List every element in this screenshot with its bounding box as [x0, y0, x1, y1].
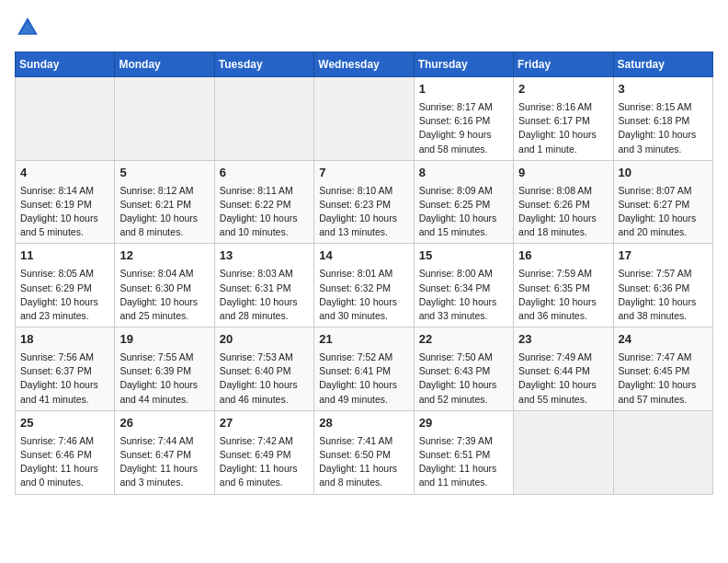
day-number: 13 — [220, 247, 309, 265]
day-number: 15 — [419, 247, 508, 265]
column-header-saturday: Saturday — [613, 52, 712, 77]
day-number: 22 — [419, 331, 508, 349]
daylight-hours: Sunrise: 7:56 AM Sunset: 6:37 PM Dayligh… — [20, 350, 109, 407]
calendar-cell: 27Sunrise: 7:42 AM Sunset: 6:49 PM Dayli… — [214, 410, 313, 494]
calendar-cell: 9Sunrise: 8:08 AM Sunset: 6:26 PM Daylig… — [514, 160, 613, 244]
day-number: 2 — [518, 81, 608, 98]
calendar-cell: 25Sunrise: 7:46 AM Sunset: 6:46 PM Dayli… — [16, 410, 115, 494]
calendar-cell: 29Sunrise: 7:39 AM Sunset: 6:51 PM Dayli… — [414, 410, 513, 494]
calendar-cell: 7Sunrise: 8:10 AM Sunset: 6:23 PM Daylig… — [314, 160, 414, 244]
day-number: 14 — [319, 247, 408, 265]
day-number: 4 — [20, 165, 109, 182]
calendar-cell: 19Sunrise: 7:55 AM Sunset: 6:39 PM Dayli… — [115, 327, 214, 411]
day-number: 16 — [518, 247, 608, 265]
daylight-hours: Sunrise: 7:49 AM Sunset: 6:44 PM Dayligh… — [518, 350, 608, 407]
day-number: 21 — [319, 331, 408, 349]
day-number: 29 — [419, 415, 508, 432]
week-row-5: 25Sunrise: 7:46 AM Sunset: 6:46 PM Dayli… — [16, 410, 713, 494]
day-number: 24 — [619, 331, 708, 349]
day-number: 10 — [619, 165, 708, 182]
calendar-cell: 16Sunrise: 7:59 AM Sunset: 6:35 PM Dayli… — [514, 244, 613, 327]
day-number: 18 — [20, 331, 109, 349]
daylight-hours: Sunrise: 8:12 AM Sunset: 6:21 PM Dayligh… — [119, 184, 209, 240]
daylight-hours: Sunrise: 8:00 AM Sunset: 6:34 PM Dayligh… — [419, 267, 508, 323]
daylight-hours: Sunrise: 8:04 AM Sunset: 6:30 PM Dayligh… — [119, 267, 209, 323]
calendar-cell: 13Sunrise: 8:03 AM Sunset: 6:31 PM Dayli… — [214, 244, 313, 327]
calendar-cell: 26Sunrise: 7:44 AM Sunset: 6:47 PM Dayli… — [115, 410, 214, 494]
daylight-hours: Sunrise: 8:17 AM Sunset: 6:16 PM Dayligh… — [419, 100, 508, 156]
calendar-header: SundayMondayTuesdayWednesdayThursdayFrid… — [16, 52, 713, 77]
day-number: 8 — [419, 165, 508, 182]
day-number: 12 — [119, 247, 209, 265]
day-number: 19 — [119, 331, 209, 349]
daylight-hours: Sunrise: 8:09 AM Sunset: 6:25 PM Dayligh… — [419, 184, 508, 240]
day-number: 28 — [319, 415, 408, 432]
column-header-monday: Monday — [115, 52, 214, 77]
column-header-friday: Friday — [514, 52, 613, 77]
day-number: 27 — [220, 415, 309, 432]
column-header-wednesday: Wednesday — [314, 52, 414, 77]
calendar-cell — [214, 77, 313, 161]
calendar-cell — [115, 77, 214, 161]
calendar-cell — [314, 77, 414, 161]
calendar-table: SundayMondayTuesdayWednesdayThursdayFrid… — [15, 52, 713, 495]
calendar-cell: 18Sunrise: 7:56 AM Sunset: 6:37 PM Dayli… — [16, 327, 115, 411]
day-number: 7 — [319, 165, 408, 182]
calendar-body: 1Sunrise: 8:17 AM Sunset: 6:16 PM Daylig… — [16, 77, 713, 495]
day-number: 26 — [119, 415, 209, 432]
calendar-cell: 24Sunrise: 7:47 AM Sunset: 6:45 PM Dayli… — [613, 327, 712, 411]
day-number: 5 — [119, 165, 209, 182]
daylight-hours: Sunrise: 8:03 AM Sunset: 6:31 PM Dayligh… — [220, 267, 309, 323]
daylight-hours: Sunrise: 7:41 AM Sunset: 6:50 PM Dayligh… — [319, 434, 408, 490]
calendar-cell: 1Sunrise: 8:17 AM Sunset: 6:16 PM Daylig… — [414, 77, 513, 161]
week-row-1: 1Sunrise: 8:17 AM Sunset: 6:16 PM Daylig… — [16, 77, 713, 161]
column-header-sunday: Sunday — [16, 52, 115, 77]
daylight-hours: Sunrise: 8:08 AM Sunset: 6:26 PM Dayligh… — [518, 184, 608, 240]
daylight-hours: Sunrise: 7:39 AM Sunset: 6:51 PM Dayligh… — [419, 434, 508, 490]
day-number: 1 — [419, 81, 508, 98]
week-row-2: 4Sunrise: 8:14 AM Sunset: 6:19 PM Daylig… — [16, 160, 713, 244]
daylight-hours: Sunrise: 8:07 AM Sunset: 6:27 PM Dayligh… — [619, 184, 708, 240]
daylight-hours: Sunrise: 7:52 AM Sunset: 6:41 PM Dayligh… — [319, 350, 408, 407]
calendar-cell: 22Sunrise: 7:50 AM Sunset: 6:43 PM Dayli… — [414, 327, 513, 411]
day-number: 3 — [619, 81, 708, 98]
daylight-hours: Sunrise: 8:14 AM Sunset: 6:19 PM Dayligh… — [20, 184, 109, 240]
daylight-hours: Sunrise: 7:44 AM Sunset: 6:47 PM Dayligh… — [119, 434, 209, 490]
daylight-hours: Sunrise: 7:59 AM Sunset: 6:35 PM Dayligh… — [518, 267, 608, 323]
daylight-hours: Sunrise: 7:53 AM Sunset: 6:40 PM Dayligh… — [220, 350, 309, 407]
page-header — [15, 15, 713, 40]
daylight-hours: Sunrise: 7:42 AM Sunset: 6:49 PM Dayligh… — [220, 434, 309, 490]
daylight-hours: Sunrise: 8:10 AM Sunset: 6:23 PM Dayligh… — [319, 184, 408, 240]
calendar-cell — [613, 410, 712, 494]
logo-icon — [15, 15, 40, 40]
daylight-hours: Sunrise: 7:50 AM Sunset: 6:43 PM Dayligh… — [419, 350, 508, 407]
daylight-hours: Sunrise: 7:46 AM Sunset: 6:46 PM Dayligh… — [20, 434, 109, 490]
calendar-cell: 6Sunrise: 8:11 AM Sunset: 6:22 PM Daylig… — [214, 160, 313, 244]
daylight-hours: Sunrise: 8:11 AM Sunset: 6:22 PM Dayligh… — [220, 184, 309, 240]
column-header-tuesday: Tuesday — [214, 52, 313, 77]
calendar-cell — [16, 77, 115, 161]
week-row-3: 11Sunrise: 8:05 AM Sunset: 6:29 PM Dayli… — [16, 244, 713, 327]
day-number: 20 — [220, 331, 309, 349]
day-number: 17 — [619, 247, 708, 265]
daylight-hours: Sunrise: 7:47 AM Sunset: 6:45 PM Dayligh… — [619, 350, 708, 407]
calendar-cell: 28Sunrise: 7:41 AM Sunset: 6:50 PM Dayli… — [314, 410, 414, 494]
calendar-cell: 10Sunrise: 8:07 AM Sunset: 6:27 PM Dayli… — [613, 160, 712, 244]
daylight-hours: Sunrise: 7:57 AM Sunset: 6:36 PM Dayligh… — [619, 267, 708, 323]
calendar-cell: 4Sunrise: 8:14 AM Sunset: 6:19 PM Daylig… — [16, 160, 115, 244]
day-number: 23 — [518, 331, 608, 349]
logo — [15, 15, 44, 40]
calendar-cell: 21Sunrise: 7:52 AM Sunset: 6:41 PM Dayli… — [314, 327, 414, 411]
calendar-cell — [514, 410, 613, 494]
daylight-hours: Sunrise: 8:15 AM Sunset: 6:18 PM Dayligh… — [619, 100, 708, 156]
calendar-cell: 2Sunrise: 8:16 AM Sunset: 6:17 PM Daylig… — [514, 77, 613, 161]
calendar-cell: 20Sunrise: 7:53 AM Sunset: 6:40 PM Dayli… — [214, 327, 313, 411]
calendar-cell: 11Sunrise: 8:05 AM Sunset: 6:29 PM Dayli… — [16, 244, 115, 327]
calendar-cell: 8Sunrise: 8:09 AM Sunset: 6:25 PM Daylig… — [414, 160, 513, 244]
calendar-cell: 5Sunrise: 8:12 AM Sunset: 6:21 PM Daylig… — [115, 160, 214, 244]
day-number: 25 — [20, 415, 109, 432]
day-number: 11 — [20, 247, 109, 265]
calendar-cell: 12Sunrise: 8:04 AM Sunset: 6:30 PM Dayli… — [115, 244, 214, 327]
calendar-cell: 23Sunrise: 7:49 AM Sunset: 6:44 PM Dayli… — [514, 327, 613, 411]
daylight-hours: Sunrise: 8:05 AM Sunset: 6:29 PM Dayligh… — [20, 267, 109, 323]
